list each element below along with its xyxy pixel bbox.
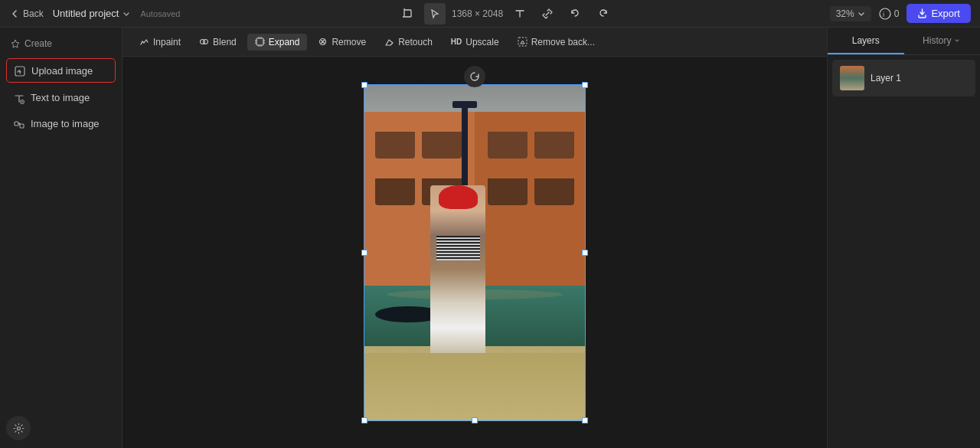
right-panel: Layers History Layer 1 xyxy=(827,28,980,448)
project-name[interactable]: Untitled project xyxy=(53,8,132,19)
retouch-label: Retouch xyxy=(398,37,433,47)
remove-bg-label: Remove back... xyxy=(531,37,595,47)
sidebar-item-image-to-image[interactable]: Image to image xyxy=(6,113,116,136)
project-name-text: Untitled project xyxy=(53,8,119,19)
upscale-label: Upscale xyxy=(466,37,498,47)
create-section-header: Create xyxy=(6,35,116,52)
handle-bottom-left[interactable] xyxy=(361,417,368,423)
expand-label: Expand xyxy=(269,37,300,47)
notification-button[interactable]: i 0 xyxy=(879,8,900,20)
sidebar-item-upload-image[interactable]: Upload image xyxy=(6,58,116,83)
inpaint-button[interactable]: Inpaint xyxy=(132,34,188,51)
svg-rect-13 xyxy=(256,38,263,45)
history-tab-label: History xyxy=(923,35,951,46)
blend-label: Blend xyxy=(213,37,237,47)
tab-layers[interactable]: Layers xyxy=(828,28,904,54)
layer-name: Layer 1 xyxy=(871,73,901,83)
back-button[interactable]: Back xyxy=(9,8,44,19)
settings-button[interactable] xyxy=(6,416,31,440)
topbar: Back Untitled project Autosaved 1368 × 2… xyxy=(0,0,980,28)
handle-middle-right[interactable] xyxy=(582,250,588,256)
svg-point-12 xyxy=(204,40,208,44)
refresh-button[interactable] xyxy=(464,66,485,87)
undo-button[interactable] xyxy=(564,3,586,25)
svg-text:i: i xyxy=(883,11,884,18)
svg-point-3 xyxy=(880,8,890,19)
handle-middle-left[interactable] xyxy=(361,250,368,256)
handle-top-right[interactable] xyxy=(582,82,588,88)
panel-tabs: Layers History xyxy=(828,28,980,55)
image-to-image-icon xyxy=(14,118,24,130)
canvas-image-frame[interactable] xyxy=(364,84,586,421)
upload-image-label: Upload image xyxy=(31,65,93,77)
sidebar-item-text-to-image[interactable]: Text to image xyxy=(6,86,116,109)
layer-thumbnail xyxy=(840,66,864,90)
image-to-image-label: Image to image xyxy=(31,118,100,129)
remove-label: Remove xyxy=(332,37,366,47)
tab-history[interactable]: History xyxy=(904,28,981,54)
upscale-button[interactable]: HD Upscale xyxy=(443,34,507,51)
canvas-area: Inpaint Blend Expand xyxy=(122,28,827,448)
text-to-image-icon xyxy=(14,91,24,103)
topbar-right: 32% i 0 Export xyxy=(830,4,971,23)
layer-item[interactable]: Layer 1 xyxy=(832,60,975,96)
retouch-button[interactable]: Retouch xyxy=(377,34,440,51)
canvas-dimensions: 1368 × 2048 xyxy=(452,8,503,19)
svg-rect-0 xyxy=(404,10,411,17)
svg-rect-9 xyxy=(20,124,24,128)
notification-count: 0 xyxy=(894,8,900,19)
blend-button[interactable]: Blend xyxy=(191,34,244,51)
topbar-center: 1368 × 2048 xyxy=(397,3,613,25)
zoom-level: 32% xyxy=(836,8,854,19)
canvas-wrapper[interactable] xyxy=(122,57,827,448)
create-label: Create xyxy=(24,38,52,49)
svg-point-10 xyxy=(17,427,20,430)
export-button[interactable]: Export xyxy=(906,4,971,23)
back-label: Back xyxy=(23,8,44,19)
redo-button[interactable] xyxy=(592,3,613,25)
sidebar-bottom xyxy=(6,416,116,440)
upload-icon xyxy=(15,64,25,77)
svg-rect-8 xyxy=(15,122,18,126)
text-tool-button[interactable] xyxy=(509,3,531,25)
remove-bg-button[interactable]: Remove back... xyxy=(510,34,603,51)
pointer-tool-button[interactable] xyxy=(424,3,446,25)
text-to-image-label: Text to image xyxy=(31,92,90,103)
export-label: Export xyxy=(931,8,960,19)
crop-tool-button[interactable] xyxy=(397,3,418,25)
editing-toolbar: Inpaint Blend Expand xyxy=(122,28,827,57)
left-sidebar: Create Upload image Text to image xyxy=(0,28,122,448)
handle-bottom-middle[interactable] xyxy=(472,417,478,423)
expand-button[interactable]: Expand xyxy=(247,34,308,51)
svg-rect-15 xyxy=(518,38,527,46)
handle-top-left[interactable] xyxy=(361,82,368,88)
zoom-control[interactable]: 32% xyxy=(830,6,871,21)
autosaved-status: Autosaved xyxy=(140,9,180,18)
handle-bottom-right[interactable] xyxy=(582,417,588,423)
link-tool-button[interactable] xyxy=(537,3,558,25)
remove-button[interactable]: Remove xyxy=(310,34,374,51)
layers-tab-label: Layers xyxy=(852,35,880,46)
topbar-left: Back Untitled project Autosaved xyxy=(9,8,180,19)
main-area: Create Upload image Text to image xyxy=(0,28,980,448)
inpaint-label: Inpaint xyxy=(153,37,181,47)
